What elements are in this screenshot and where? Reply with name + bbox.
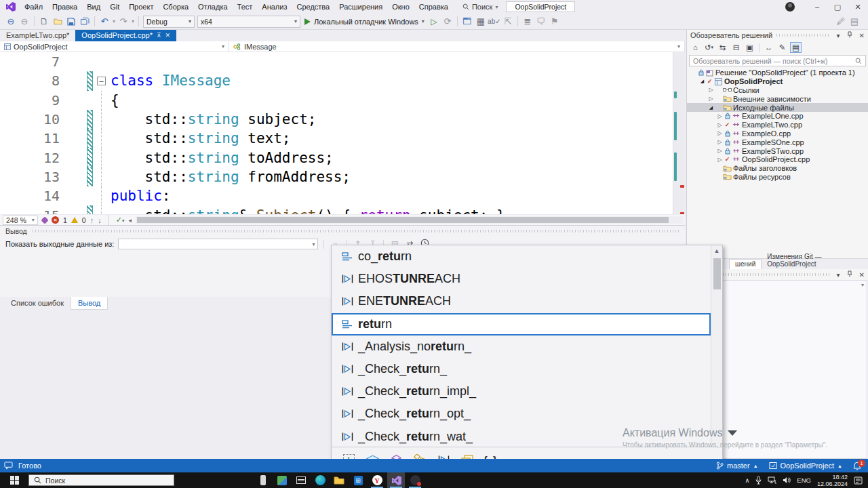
tree-item[interactable]: ▷++ExampleSOne.cpp <box>687 138 868 146</box>
hscroll-left-icon[interactable]: ◂ <box>128 217 132 224</box>
attach-icon[interactable]: 🗔 <box>460 15 474 28</box>
redo-dropdown-icon[interactable]: ▾ <box>130 15 136 28</box>
error-count[interactable]: 1 <box>63 216 67 224</box>
tree-item[interactable]: ▷++ExampleO.cpp <box>687 129 868 138</box>
pin-icon[interactable] <box>847 270 852 279</box>
completion-item[interactable]: EHOSTUNREACH <box>332 268 711 290</box>
expanded-arrow-icon[interactable]: ◢ <box>707 105 715 110</box>
git-branch-button[interactable]: master▲ <box>716 462 758 470</box>
next-issue-icon[interactable]: ↓ <box>98 216 102 224</box>
collapse-icon[interactable]: – <box>97 77 106 85</box>
code-line[interactable]: 12 std::string toAddress; <box>0 148 673 167</box>
menu-item-правка[interactable]: Правка <box>47 3 82 11</box>
pin-icon[interactable] <box>847 31 852 39</box>
hscroll-thumb[interactable] <box>137 217 669 223</box>
menu-item-отладка[interactable]: Отладка <box>193 3 232 11</box>
restore-button[interactable]: ▢ <box>827 0 848 14</box>
dock-tab[interactable]: шений <box>729 259 762 269</box>
start-button[interactable] <box>0 472 28 488</box>
hidden-icons-chevron[interactable]: ∧ <box>745 476 749 484</box>
collapsed-arrow-icon[interactable]: ▷ <box>716 139 724 145</box>
completion-item[interactable]: ENETUNREACH <box>332 290 711 312</box>
tree-item[interactable]: ▷++ExampleSTwo.cpp <box>687 146 868 155</box>
new-project-icon[interactable]: 🗋 <box>37 15 51 28</box>
code-editor[interactable]: 78–class IMessage9{10 std::string subjec… <box>0 52 685 214</box>
task-list-icon[interactable]: ▤ <box>848 15 861 28</box>
user-avatar[interactable] <box>785 2 795 12</box>
document-tab[interactable]: OopSolidProject.cpp*⊼✕ <box>75 30 176 41</box>
expanded-arrow-icon[interactable]: ◢ <box>698 79 706 84</box>
collapse-all-icon[interactable]: ⊟ <box>730 42 742 53</box>
save-all-icon[interactable] <box>78 15 92 28</box>
tree-item[interactable]: ▷✓++ExampleLTwo.cpp <box>687 121 868 129</box>
menu-item-окно[interactable]: Окно <box>387 3 414 11</box>
prev-issue-icon[interactable]: ↑ <box>90 216 94 224</box>
notifications-button[interactable]: 1 <box>853 462 861 470</box>
tree-item[interactable]: ◢✓OopSolidProject <box>687 77 868 86</box>
code-line[interactable]: 15 std::string& Subject() { return subje… <box>0 205 673 214</box>
spellcheck-icon[interactable]: ab✓ <box>488 15 501 28</box>
platform-combo[interactable]: x64▾ <box>197 16 300 28</box>
code-line[interactable]: 13 std::string fromAddress; <box>0 167 673 186</box>
file-explorer-icon[interactable] <box>330 472 348 488</box>
minimize-button[interactable]: – <box>807 0 827 14</box>
redo-icon[interactable]: ↷ <box>117 15 130 28</box>
navigate-symbol-icon[interactable]: ⇱ <box>501 15 515 28</box>
code-line[interactable]: 14public: <box>0 186 673 205</box>
microsoft-store-icon[interactable]: ⊞ <box>349 472 367 488</box>
menu-item-сборка[interactable]: Сборка <box>158 3 193 11</box>
menu-item-git[interactable]: Git <box>105 3 124 11</box>
completion-item[interactable]: _Check_return_wat_ <box>332 426 711 447</box>
tree-item[interactable]: ▷Ссылки <box>687 86 868 95</box>
recorder-app-icon[interactable] <box>406 472 424 488</box>
show-all-files-icon[interactable]: ▣ <box>744 42 755 53</box>
solution-explorer-titlebar[interactable]: Обозреватель решений ▾ ✕ <box>687 30 868 41</box>
comment-icon[interactable]: 🗨 <box>534 15 548 28</box>
maps-app-icon[interactable] <box>273 472 291 488</box>
task-view-icon[interactable] <box>292 472 310 488</box>
panel-tab[interactable]: Вывод <box>71 297 108 310</box>
scroll-thumb[interactable] <box>713 258 721 289</box>
completion-item[interactable]: _Check_return_impl_ <box>332 380 711 403</box>
configuration-combo[interactable]: Debug▾ <box>143 16 195 28</box>
fold-margin[interactable]: – <box>94 71 108 90</box>
menu-item-проект[interactable]: Проект <box>124 3 158 11</box>
completion-item[interactable]: _Check_return_ <box>332 358 711 380</box>
window-menu-icon[interactable]: ▾ <box>837 32 840 39</box>
editor-vertical-scrollbar[interactable] <box>673 52 685 214</box>
popup-scrollbar[interactable]: ▲ <box>711 245 722 447</box>
code-analysis-icon[interactable]: ✓▾ <box>116 216 125 224</box>
solution-name-box[interactable]: OopSolidProject <box>506 1 575 12</box>
menu-item-анализ[interactable]: Анализ <box>257 3 292 11</box>
collapsed-arrow-icon[interactable]: ▷ <box>716 122 724 128</box>
menu-item-тест[interactable]: Тест <box>233 3 258 11</box>
menu-item-расширения[interactable]: Расширения <box>334 3 387 11</box>
completion-item[interactable]: return <box>332 313 711 336</box>
menu-item-файл[interactable]: Файл <box>20 3 47 11</box>
warning-count[interactable]: 0 <box>82 216 86 224</box>
tree-item[interactable]: Файлы заголовков <box>687 164 868 173</box>
menu-item-вид[interactable]: Вид <box>82 3 105 11</box>
chevron-down-icon[interactable]: ▾ <box>861 282 864 288</box>
git-repo-button[interactable]: OopSolidProject▲ <box>769 462 842 470</box>
tree-item[interactable]: ▷++ExampleLOne.cpp <box>687 112 868 121</box>
speaker-icon[interactable] <box>783 476 791 484</box>
start-without-debugging-icon[interactable]: ▷ <box>427 15 441 28</box>
indent-icon[interactable]: ≣ <box>521 15 534 28</box>
taskbar-search[interactable]: Поиск <box>28 474 174 486</box>
close-icon[interactable]: ✕ <box>859 32 865 39</box>
undo-icon[interactable]: ↶ <box>98 15 111 28</box>
tree-item[interactable]: ▷✓++OopSolidProject.cpp <box>687 155 868 164</box>
switch-views-icon[interactable]: ⇆ <box>717 42 728 53</box>
feedback-icon[interactable]: 🖉 <box>834 15 848 28</box>
pin-icon[interactable]: ⊼ <box>157 32 161 39</box>
properties-icon[interactable]: ✎ <box>776 42 788 53</box>
window-layout-icon[interactable]: ▦ <box>474 15 488 28</box>
tree-item[interactable]: Файлы ресурсов <box>687 173 868 182</box>
window-menu-icon[interactable]: ▾ <box>837 271 840 279</box>
microphone-icon[interactable] <box>755 476 762 485</box>
collapsed-arrow-icon[interactable]: ▷ <box>707 87 715 93</box>
tree-item[interactable]: ▷Внешние зависимости <box>687 94 868 103</box>
start-debugging-button[interactable]: Локальный отладчик Windows ▾ <box>304 18 425 26</box>
close-icon[interactable]: ✕ <box>165 32 171 39</box>
